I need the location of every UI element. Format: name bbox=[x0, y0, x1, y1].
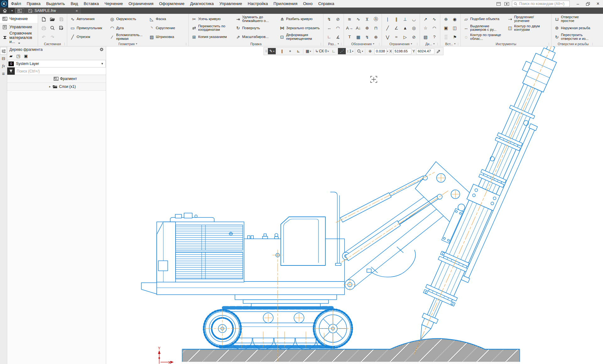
point-snap-button[interactable]: ⌖ bbox=[286, 48, 294, 54]
scale-button[interactable]: ⇗Масштабиров... bbox=[234, 33, 278, 41]
new-document-button[interactable] bbox=[40, 15, 48, 24]
group-label-diagnostics[interactable]: Ди...▾ bbox=[421, 41, 438, 46]
datum-dimension-icon[interactable]: ∟ bbox=[325, 33, 333, 41]
segment-button[interactable]: ╱Отрезок bbox=[69, 33, 108, 41]
tree-node-fragment[interactable]: Фрагмент bbox=[7, 75, 106, 83]
filter-funnel-icon[interactable] bbox=[7, 67, 15, 75]
toolbar-grip-icon[interactable]: ⠿ bbox=[264, 50, 268, 53]
menu-help[interactable]: Справка bbox=[315, 0, 337, 8]
group-label-geometry[interactable]: Геометрия▾ bbox=[69, 41, 187, 46]
tab-close-icon[interactable]: × bbox=[75, 9, 78, 13]
target-point-icon[interactable]: ⊕ bbox=[372, 33, 380, 41]
line-style-button[interactable]: ⋰ bbox=[338, 48, 346, 54]
menu-window[interactable]: Окно bbox=[300, 0, 315, 8]
workspace-tab-management[interactable]: Управление bbox=[0, 23, 38, 31]
tab-sample-frw[interactable]: SAMPLE.frw × bbox=[25, 8, 81, 14]
table-tool-icon[interactable]: ▦ bbox=[354, 33, 362, 41]
drawing-mode-icon[interactable] bbox=[15, 8, 24, 13]
section-line-icon[interactable]: ∿ bbox=[354, 15, 362, 24]
angle-snap-button[interactable]: ⊾ bbox=[294, 48, 302, 54]
surface-finish-icon[interactable]: ⊻ bbox=[363, 15, 371, 24]
insert-fragment-icon[interactable]: ◉ bbox=[451, 15, 459, 24]
command-search-input[interactable] bbox=[519, 1, 568, 6]
view-label-icon[interactable]: Ⓐ bbox=[372, 15, 380, 24]
menu-diagnostics[interactable]: Диагностика bbox=[187, 0, 216, 8]
drawing-canvas[interactable]: ⠿ ✎▾ ∥ ⌖ ⊾ ▦▾ ↳СК 0▾ ∟ ⋰ ↕1▾ ▾ ⊕ 0.038 ▾… bbox=[106, 46, 603, 364]
extend-button[interactable]: ⇥Удлинить до ближайшего о... bbox=[234, 15, 278, 24]
close-button[interactable]: × bbox=[593, 0, 603, 8]
leader-line-icon[interactable]: A→ bbox=[345, 24, 354, 32]
snaps-button[interactable]: ✎▾ bbox=[268, 48, 276, 54]
group-label-constraints[interactable]: Ограничения▾ bbox=[383, 41, 418, 46]
check-object-icon[interactable]: ? bbox=[430, 33, 438, 41]
command-search[interactable] bbox=[512, 1, 570, 7]
panel-menu-icon[interactable]: ≡ bbox=[0, 70, 7, 77]
rebuild-holes-button[interactable]: ↻Перестроить отверстия и из... bbox=[553, 33, 593, 41]
insert-picture-icon[interactable]: ▣ bbox=[442, 24, 450, 32]
chamfer-button[interactable]: ◺Фаска bbox=[148, 15, 187, 24]
zoom-tool-button[interactable]: ▾ bbox=[356, 48, 364, 54]
concentric-constraint-icon[interactable]: ◎ bbox=[410, 24, 418, 32]
autoline-button[interactable]: ∿Автолиния bbox=[69, 15, 108, 24]
variables-panel-icon[interactable]: fx bbox=[0, 62, 7, 69]
open-document-button[interactable] bbox=[48, 15, 57, 24]
panel-gear-icon[interactable] bbox=[100, 47, 104, 51]
insert-texture-icon[interactable]: ▒ bbox=[442, 33, 450, 41]
menu-drawing[interactable]: Черчение bbox=[102, 0, 126, 8]
parameters-panel-icon[interactable]: ⊟ bbox=[0, 55, 7, 62]
auto-dimension-icon[interactable]: ↯ bbox=[325, 15, 333, 24]
linear-dimension-icon[interactable]: ↔ bbox=[325, 24, 333, 32]
measure-distance-icon[interactable]: ↗ bbox=[421, 15, 430, 24]
measure-area-icon[interactable]: ☆ bbox=[421, 24, 430, 32]
group-label-insert[interactable]: Вст...▾ bbox=[442, 41, 459, 46]
menu-constraints[interactable]: Ограничения bbox=[126, 0, 156, 8]
save-button[interactable] bbox=[57, 15, 65, 24]
copy-by-point-button[interactable]: ⊞Копия указанием bbox=[190, 33, 234, 41]
eyedropper-button[interactable] bbox=[435, 48, 443, 54]
menu-management[interactable]: Управление bbox=[217, 0, 245, 8]
check-hatch-icon[interactable]: ▨ bbox=[421, 33, 430, 41]
leader-down-icon[interactable]: A↓ bbox=[354, 24, 362, 32]
contour-by-area-button[interactable]: ◌Контур по границе облас... bbox=[462, 33, 506, 41]
insert-flag-icon[interactable]: ⚑ bbox=[451, 33, 459, 41]
parallel-snap-button[interactable]: ∥ bbox=[278, 48, 286, 54]
base-symbol-icon[interactable]: ⊓ bbox=[372, 24, 380, 32]
layer-dropdown-arrow[interactable]: ▼ bbox=[101, 62, 106, 65]
vertical-constraint-icon[interactable]: ∣ bbox=[383, 15, 392, 24]
ortho-mode-button[interactable]: ∟ bbox=[330, 48, 338, 54]
save-as-button[interactable] bbox=[57, 24, 65, 32]
x-coordinate-value[interactable]: 5198.65 bbox=[393, 48, 411, 54]
tree-search-input[interactable] bbox=[15, 69, 106, 74]
workspace-tab-drawing[interactable]: Черчение bbox=[0, 15, 38, 23]
menu-select[interactable]: Выделить bbox=[43, 0, 68, 8]
diameter-dimension-icon[interactable]: ⊘ bbox=[334, 15, 342, 24]
angle-constraint-icon[interactable]: ∠ bbox=[392, 24, 400, 32]
perpendicular-constraint-icon[interactable]: ⊥ bbox=[401, 15, 409, 24]
insert-view-icon[interactable]: ⊕ bbox=[442, 15, 450, 24]
tangent-constraint-icon[interactable]: ◡ bbox=[410, 15, 418, 24]
trim-curve-button[interactable]: ✂Усечь кривую bbox=[190, 15, 234, 24]
layers-tool-icon[interactable]: ▰ bbox=[9, 54, 13, 58]
menu-layout[interactable]: Оформление bbox=[156, 0, 187, 8]
wavy-line-icon[interactable]: ≋ bbox=[345, 15, 354, 24]
move-by-coords-button[interactable]: ⇄Переместить по координатам bbox=[190, 24, 234, 32]
redo-button[interactable]: ↷ bbox=[48, 33, 57, 41]
insert-frame-icon[interactable]: ◫ bbox=[451, 24, 459, 32]
rounding-step-button[interactable]: ↕1▾ bbox=[346, 48, 354, 54]
parallel-constraint-icon[interactable]: ∥ bbox=[392, 15, 400, 24]
current-layer-selector[interactable]: 0 System Layer ▼ bbox=[7, 60, 106, 67]
extend-trim-button[interactable]: ⇢Продление/ усечение bbox=[506, 15, 550, 24]
select-dimensions-button[interactable]: ↔Выделение размеров с ру... bbox=[462, 24, 506, 32]
tree-panel-icon[interactable] bbox=[0, 47, 7, 54]
layout-window-icon[interactable] bbox=[494, 1, 503, 7]
group-label-notation[interactable]: Обозначения▾ bbox=[345, 41, 380, 46]
hatch-button[interactable]: ▨Штриховка bbox=[148, 33, 187, 41]
fillet-button[interactable]: ◝Скругление bbox=[148, 24, 187, 32]
print-button[interactable] bbox=[40, 24, 48, 32]
grid-button[interactable]: ▦▾ bbox=[304, 48, 312, 54]
measure-curve-icon[interactable]: ∿ bbox=[430, 15, 438, 24]
minimize-button[interactable]: – bbox=[573, 0, 583, 8]
group-label-system[interactable]: Системная bbox=[40, 41, 65, 46]
coincident-constraint-icon[interactable]: ⋁ bbox=[383, 33, 392, 41]
menu-insert[interactable]: Вставка bbox=[81, 0, 101, 8]
